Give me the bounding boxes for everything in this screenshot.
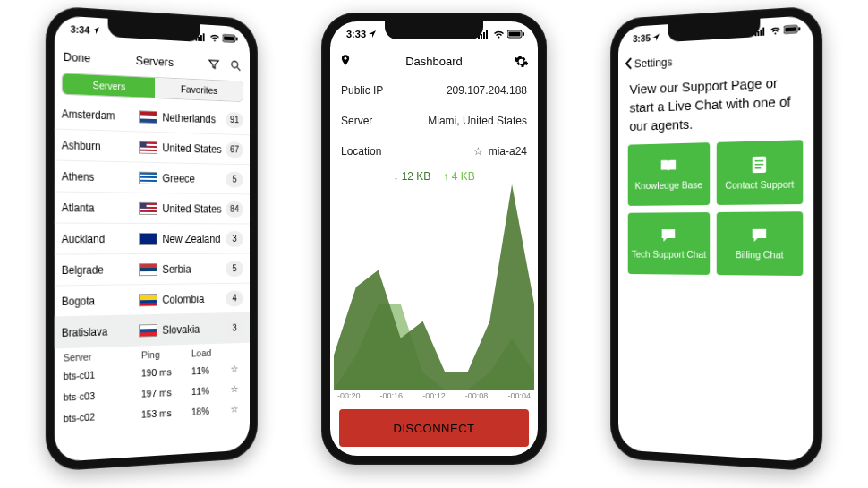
city-name: Ashburn xyxy=(62,139,139,154)
tab-servers[interactable]: Servers xyxy=(63,73,155,98)
svg-rect-3 xyxy=(203,33,205,41)
location-value: mia-a24 xyxy=(489,145,527,158)
server-count-badge: 67 xyxy=(226,141,243,158)
svg-point-7 xyxy=(232,61,238,68)
chart-x-ticks: -00:20-00:16-00:12-00:08-00:04 xyxy=(330,390,538,404)
svg-rect-5 xyxy=(224,36,234,41)
svg-rect-19 xyxy=(760,29,762,35)
status-time: 3:33 xyxy=(346,29,366,39)
svg-rect-15 xyxy=(523,32,524,36)
nav-title: Dashboard xyxy=(387,55,481,68)
svg-rect-23 xyxy=(798,27,800,30)
document-icon xyxy=(752,155,767,174)
tile-contact-support[interactable]: Contact Support xyxy=(717,140,804,205)
flag-icon xyxy=(139,323,157,337)
server-count-badge: 3 xyxy=(226,320,243,336)
flag-icon xyxy=(139,110,157,124)
server-value: Miami, United States xyxy=(428,115,527,127)
svg-rect-20 xyxy=(762,27,764,35)
city-name: Bogota xyxy=(62,294,139,308)
status-time: 3:35 xyxy=(633,32,651,44)
city-row-bogota[interactable]: BogotaColombia4 xyxy=(55,284,250,318)
country-name: New Zealand xyxy=(162,233,220,245)
country-name: Greece xyxy=(162,172,194,185)
flag-icon xyxy=(139,171,157,184)
tile-billing-chat[interactable]: Billing Chat xyxy=(717,211,804,276)
gear-icon[interactable] xyxy=(514,54,529,69)
flag-icon xyxy=(139,141,157,154)
city-name: Auckland xyxy=(62,232,139,244)
country-name: Colombia xyxy=(162,293,204,306)
tile-knowledge-base[interactable]: Knowledge Base xyxy=(628,142,711,206)
svg-rect-22 xyxy=(785,27,796,32)
status-time: 3:34 xyxy=(71,23,90,36)
city-row-auckland[interactable]: AucklandNew Zealand3 xyxy=(55,224,250,255)
flag-icon xyxy=(139,293,157,305)
svg-rect-14 xyxy=(509,32,521,37)
battery-icon xyxy=(784,24,802,34)
filter-icon[interactable] xyxy=(208,57,220,71)
city-name: Athens xyxy=(62,169,139,184)
favorite-star-icon[interactable]: ☆ xyxy=(227,383,242,395)
country-name: United States xyxy=(162,141,221,156)
favorite-star-icon[interactable]: ☆ xyxy=(473,145,483,158)
support-message: View our Support Page or start a Live Ch… xyxy=(618,67,813,145)
city-name: Atlanta xyxy=(62,201,139,214)
location-arrow-icon xyxy=(652,33,660,42)
disconnect-button[interactable]: DISCONNECT xyxy=(339,409,529,447)
phone-support: 3:35 Settings View our Support Page or s… xyxy=(610,5,822,472)
svg-rect-25 xyxy=(755,159,764,161)
flag-icon xyxy=(139,232,157,244)
info-server[interactable]: Server Miami, United States xyxy=(330,106,538,136)
search-icon[interactable] xyxy=(230,58,242,72)
wifi-icon xyxy=(770,26,781,35)
favorite-star-icon[interactable]: ☆ xyxy=(227,363,242,374)
back-label: Settings xyxy=(634,55,673,70)
svg-rect-27 xyxy=(755,167,762,169)
battery-icon xyxy=(223,34,239,44)
chat-bubble-icon xyxy=(660,227,677,244)
svg-line-8 xyxy=(237,67,240,71)
country-name: Netherlands xyxy=(162,111,216,125)
favorite-star-icon[interactable]: ☆ xyxy=(227,403,242,415)
city-row-athens[interactable]: AthensGreece5 xyxy=(55,161,250,195)
country-name: Serbia xyxy=(162,262,191,275)
city-row-ashburn[interactable]: AshburnUnited States67 xyxy=(55,130,250,166)
server-count-badge: 3 xyxy=(226,231,243,247)
server-count-badge: 84 xyxy=(226,201,243,217)
location-pin-icon[interactable] xyxy=(339,52,352,68)
location-arrow-icon xyxy=(91,26,100,36)
svg-rect-2 xyxy=(200,35,202,41)
svg-rect-26 xyxy=(755,164,764,166)
svg-rect-12 xyxy=(486,30,488,39)
server-count-badge: 4 xyxy=(226,290,243,306)
upload-arrow-icon: ↑ xyxy=(443,170,448,183)
nav-title: Servers xyxy=(111,52,199,70)
bandwidth-chart xyxy=(330,184,538,390)
info-public-ip: Public IP 209.107.204.188 xyxy=(330,75,538,106)
info-location: Location ☆ mia-a24 xyxy=(330,136,538,167)
phone-dashboard: 3:33 Dashboard Public IP 209.107.204.188… xyxy=(321,13,547,465)
done-button[interactable]: Done xyxy=(64,49,111,65)
svg-point-16 xyxy=(345,56,347,59)
server-count-badge: 91 xyxy=(226,111,243,127)
tab-favorites[interactable]: Favorites xyxy=(155,78,243,101)
phone-servers: 3:34 Done Servers Servers Favorites Amst… xyxy=(46,5,258,472)
city-name: Amsterdam xyxy=(62,107,139,123)
wifi-icon xyxy=(493,30,505,39)
flag-icon xyxy=(139,262,157,275)
svg-rect-11 xyxy=(483,32,485,39)
book-icon xyxy=(660,158,677,175)
city-row-atlanta[interactable]: AtlantaUnited States84 xyxy=(55,193,250,225)
location-arrow-icon xyxy=(368,30,377,39)
speed-readout: ↓ 12 KB ↑ 4 KB xyxy=(330,167,538,184)
country-name: Slovakia xyxy=(162,322,200,336)
chevron-left-icon xyxy=(625,57,633,70)
tile-tech-support-chat[interactable]: Tech Support Chat xyxy=(628,212,711,275)
city-row-belgrade[interactable]: BelgradeSerbia5 xyxy=(55,254,250,287)
server-count-badge: 5 xyxy=(226,171,243,187)
svg-rect-6 xyxy=(236,37,238,40)
public-ip-value: 209.107.204.188 xyxy=(447,84,527,97)
flag-icon xyxy=(139,201,157,214)
download-arrow-icon: ↓ xyxy=(393,170,398,183)
